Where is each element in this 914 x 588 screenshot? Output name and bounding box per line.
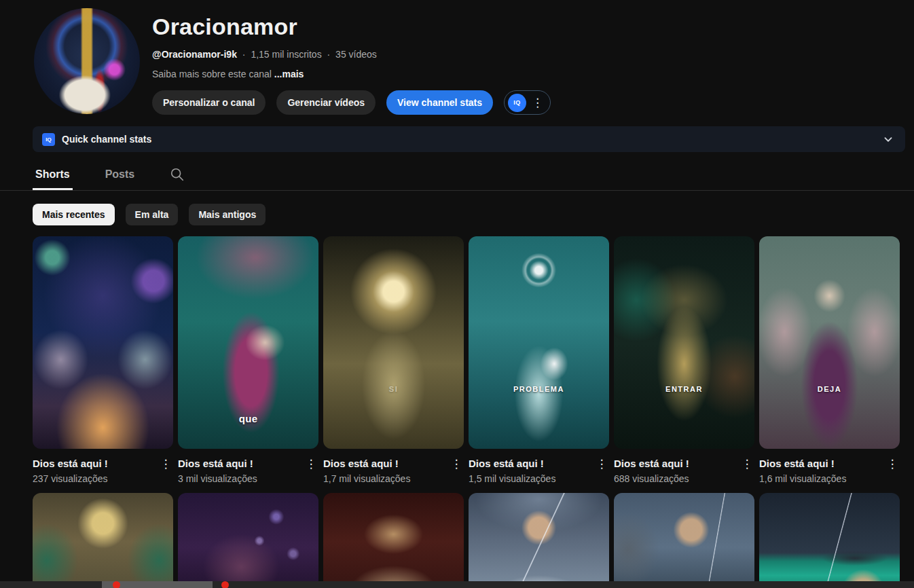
chip-em-alta[interactable]: Em alta — [126, 204, 179, 225]
video-count: 35 vídeos — [335, 49, 377, 60]
shorts-grid: Dios está aqui ! 237 visualizações ⋮ que… — [0, 225, 914, 493]
channel-handle: @Oracionamor-i9k — [152, 49, 237, 60]
chip-mais-antigos[interactable]: Mais antigos — [189, 204, 266, 225]
short-views: 3 mil visualizações — [178, 473, 304, 485]
meta-separator: · — [242, 49, 246, 60]
short-thumbnail[interactable] — [614, 493, 754, 588]
short-title[interactable]: Dios está aqui ! — [323, 456, 449, 471]
short-title[interactable]: Dios está aqui ! — [178, 456, 304, 471]
short-thumbnail[interactable] — [178, 493, 318, 588]
tab-posts[interactable]: Posts — [103, 159, 138, 190]
short-card: SI Dios está aqui ! 1,7 mil visualizaçõe… — [323, 236, 464, 493]
more-link[interactable]: ...mais — [274, 69, 304, 79]
channel-tabs-bar: Shorts Posts — [0, 159, 914, 191]
channel-description: Saiba mais sobre este canal ...mais — [152, 69, 881, 79]
customize-channel-button[interactable]: Personalizar o canal — [152, 90, 266, 115]
short-card: que Dios está aqui ! 3 mil visualizações… — [178, 236, 318, 493]
short-thumbnail[interactable] — [469, 493, 609, 588]
short-card: DEJA Dios está aqui ! 1,6 mil visualizaç… — [759, 236, 900, 493]
short-views: 1,7 mil visualizações — [323, 473, 449, 485]
more-options-icon[interactable]: ⋮ — [304, 456, 318, 493]
short-card: PROBLEMA Dios está aqui ! 1,5 mil visual… — [469, 236, 609, 493]
chip-mais-recentes[interactable]: Mais recentes — [33, 204, 115, 225]
short-title[interactable]: Dios está aqui ! — [469, 456, 594, 471]
description-text: Saiba mais sobre este canal — [152, 69, 272, 79]
horizontal-scrollbar[interactable] — [0, 581, 914, 588]
quick-channel-stats-bar[interactable]: IQ Quick channel stats — [33, 126, 905, 152]
more-options-icon[interactable]: ⋮ — [594, 456, 609, 493]
manage-videos-button[interactable]: Gerenciar vídeos — [276, 90, 376, 115]
channel-avatar[interactable] — [34, 8, 140, 114]
view-channel-stats-button[interactable]: View channel stats — [386, 90, 493, 115]
thumbnail-caption: que — [178, 413, 318, 424]
short-views: 688 visualizações — [614, 473, 739, 485]
vidiq-icon: IQ — [508, 94, 526, 112]
sort-filter-chips: Mais recentes Em alta Mais antigos — [0, 191, 914, 225]
short-thumbnail[interactable]: PROBLEMA — [469, 236, 609, 449]
short-card: Dios está aqui ! 237 visualizações ⋮ — [33, 236, 173, 493]
short-thumbnail[interactable]: DEJA — [759, 236, 900, 449]
search-icon[interactable] — [167, 164, 187, 185]
short-card: ENTRAR Dios está aqui ! 688 visualizaçõe… — [614, 236, 754, 493]
tab-shorts[interactable]: Shorts — [33, 159, 73, 190]
more-options-icon[interactable]: ⋮ — [449, 456, 464, 493]
short-views: 1,6 mil visualizações — [759, 473, 885, 485]
short-views: 1,5 mil visualizações — [469, 473, 594, 485]
thumbnail-caption: SI — [323, 385, 464, 393]
short-thumbnail[interactable]: que — [178, 236, 318, 449]
vidiq-icon: IQ — [42, 133, 55, 146]
short-views: 237 visualizações — [33, 473, 158, 485]
short-title[interactable]: Dios está aqui ! — [759, 456, 885, 471]
quick-stats-label: Quick channel stats — [62, 134, 881, 145]
short-title[interactable]: Dios está aqui ! — [33, 456, 158, 471]
short-thumbnail[interactable]: ENTRAR — [614, 236, 754, 449]
channel-name: Oracionamor — [152, 10, 881, 40]
short-thumbnail[interactable]: SI — [323, 236, 464, 449]
shorts-grid-row2 — [0, 493, 914, 588]
thumbnail-caption: PROBLEMA — [469, 385, 609, 393]
short-thumbnail[interactable] — [33, 493, 173, 588]
chevron-down-icon[interactable] — [881, 132, 896, 147]
subscriber-count: 1,15 mil inscritos — [251, 49, 321, 60]
short-title[interactable]: Dios está aqui ! — [614, 456, 739, 471]
more-options-icon[interactable]: ⋮ — [739, 456, 754, 493]
channel-header: Oracionamor @Oracionamor-i9k · 1,15 mil … — [0, 0, 914, 115]
channel-meta: @Oracionamor-i9k · 1,15 mil inscritos · … — [152, 49, 881, 60]
channel-actions: Personalizar o canal Gerenciar vídeos Vi… — [152, 90, 881, 115]
short-thumbnail[interactable] — [759, 493, 900, 588]
red-dot-artifact — [221, 581, 229, 588]
short-thumbnail[interactable] — [323, 493, 464, 588]
more-options-icon[interactable]: ⋮ — [885, 456, 900, 493]
thumbnail-caption: DEJA — [759, 385, 900, 393]
red-dot-artifact — [113, 581, 120, 588]
meta-separator: · — [327, 49, 331, 60]
short-thumbnail[interactable] — [33, 236, 173, 449]
vidiq-extension-button[interactable]: IQ ⋮ — [504, 90, 551, 115]
more-options-icon[interactable]: ⋮ — [532, 97, 543, 109]
thumbnail-caption: ENTRAR — [614, 385, 754, 393]
more-options-icon[interactable]: ⋮ — [158, 456, 173, 493]
